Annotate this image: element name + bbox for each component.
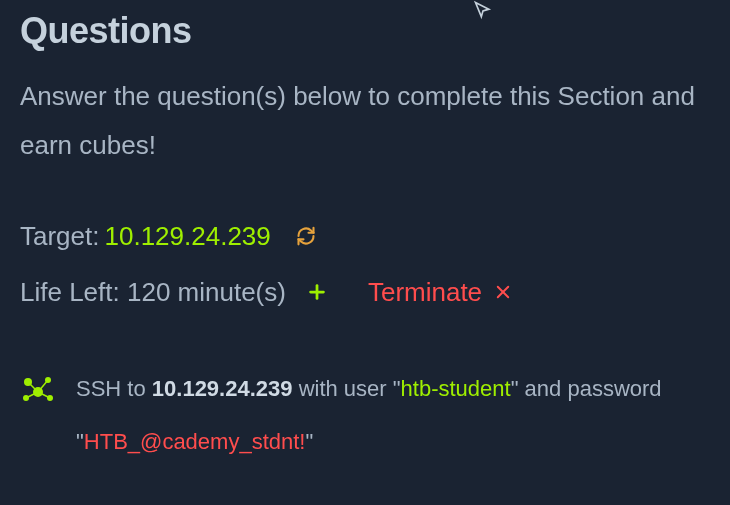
target-ip[interactable]: 10.129.24.239 <box>105 221 271 252</box>
svg-line-10 <box>38 380 48 392</box>
target-label: Target: <box>20 221 100 252</box>
refresh-icon[interactable] <box>296 226 316 246</box>
cursor-icon <box>473 0 493 24</box>
ssh-instructions: SSH to 10.129.24.239 with user "htb-stud… <box>20 363 710 469</box>
ssh-user: htb-student <box>401 376 511 401</box>
svg-line-9 <box>28 382 38 392</box>
ssh-prefix: SSH to <box>76 376 152 401</box>
close-icon <box>494 283 512 301</box>
life-row: Life Left: 120 minute(s) Terminate <box>20 277 710 308</box>
ssh-suffix: " <box>305 429 313 454</box>
ssh-mid1: with user " <box>293 376 401 401</box>
life-left-text: Life Left: 120 minute(s) <box>20 277 286 308</box>
ssh-password: HTB_@cademy_stdnt! <box>84 429 306 454</box>
terminate-button[interactable]: Terminate <box>368 277 512 308</box>
terminate-label: Terminate <box>368 277 482 308</box>
extend-life-icon[interactable] <box>306 281 328 303</box>
questions-heading: Questions <box>20 10 710 52</box>
questions-subtext: Answer the question(s) below to complete… <box>20 72 710 171</box>
network-nodes-icon <box>20 371 56 424</box>
ssh-text: SSH to 10.129.24.239 with user "htb-stud… <box>76 363 710 469</box>
target-row: Target: 10.129.24.239 <box>20 221 710 252</box>
ssh-ip: 10.129.24.239 <box>152 376 293 401</box>
